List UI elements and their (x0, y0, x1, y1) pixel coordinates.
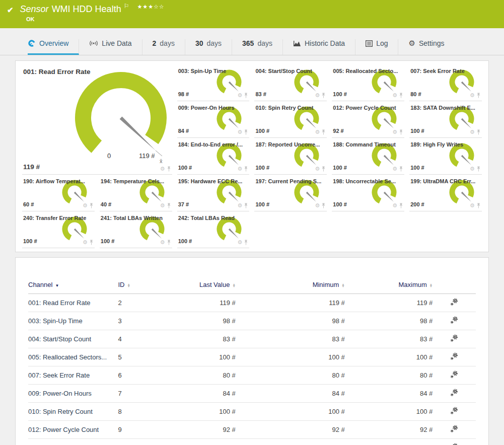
channel-gear-icon[interactable]: ⚙ (83, 240, 88, 245)
channel-name-cell[interactable]: 007: Seek Error Rate (28, 366, 118, 385)
gauge-cell[interactable]: 190: Airflow Temperat... 60 # ⚙ (22, 175, 95, 211)
tab-live-data[interactable]: Live Data (79, 39, 142, 55)
priority-stars[interactable]: ★★★☆☆ (137, 4, 164, 10)
channel-name-cell[interactable]: 001: Read Error Rate (28, 294, 118, 312)
gauge-cell-primary[interactable]: 001: Read Error Rate x̄ 0 119 # 119 # ⚙ (22, 64, 172, 175)
channel-gear-icon[interactable]: ⚙ (392, 129, 397, 135)
pin-icon[interactable] (321, 203, 326, 208)
column-header-channel[interactable]: Channel▼ (28, 278, 118, 294)
gauge-cell[interactable]: 189: High Fly Writes 100 # ⚙ (409, 138, 482, 175)
tab-historic-data[interactable]: Historic Data (283, 39, 355, 55)
gauge-cell[interactable]: 198: Uncorrectable Se... 100 # ⚙ (332, 175, 404, 211)
maximum-cell: 92 # (345, 421, 433, 439)
gauge-cell[interactable]: 241: Total LBAs Written 100 # ⚙ (100, 211, 172, 248)
pin-icon[interactable] (399, 203, 403, 208)
pin-icon[interactable] (244, 93, 248, 98)
gauge-cell[interactable]: 010: Spin Retry Count 100 # ⚙ (254, 101, 327, 138)
channel-settings-gears-icon[interactable] (450, 316, 458, 324)
pin-icon[interactable] (89, 240, 94, 245)
pin-icon[interactable] (476, 166, 481, 172)
pin-icon[interactable] (244, 129, 248, 135)
channel-name-cell[interactable]: 012: Power Cycle Count (28, 421, 118, 439)
channel-settings-gears-icon[interactable] (450, 443, 458, 445)
channel-name-cell[interactable]: 183: SATA Downshift Err... (28, 439, 118, 445)
channel-name-cell[interactable]: 005: Reallocated Sectors... (28, 348, 118, 366)
pin-icon[interactable] (244, 166, 248, 172)
channel-gear-icon[interactable]: ⚙ (470, 129, 475, 135)
pin-icon[interactable] (89, 203, 94, 208)
channel-gear-icon[interactable]: ⚙ (160, 166, 165, 172)
channel-settings-gears-icon[interactable] (450, 389, 458, 397)
gauge-cell[interactable]: 195: Hardware ECC Re... 37 # ⚙ (177, 175, 250, 211)
pin-icon[interactable] (167, 240, 171, 245)
channel-settings-gears-icon[interactable] (450, 425, 458, 433)
pin-icon[interactable] (399, 166, 403, 172)
channel-name-cell[interactable]: 003: Spin-Up Time (28, 312, 118, 330)
channel-gear-icon[interactable]: ⚙ (238, 93, 243, 98)
channel-settings-gears-icon[interactable] (450, 334, 458, 342)
pin-icon[interactable] (476, 129, 481, 135)
channel-gear-icon[interactable]: ⚙ (470, 93, 475, 98)
gauge-cell[interactable]: 003: Spin-Up Time 98 # ⚙ (177, 64, 250, 101)
channel-gear-icon[interactable]: ⚙ (392, 166, 397, 172)
channel-gear-icon[interactable]: ⚙ (160, 203, 165, 208)
gauge-cell[interactable]: 005: Reallocated Secto... 100 # ⚙ (332, 64, 404, 101)
channel-gear-icon[interactable]: ⚙ (83, 203, 88, 208)
gauge-cell[interactable]: 009: Power-On Hours 84 # ⚙ (177, 101, 250, 138)
tab-2-days[interactable]: 2 days (142, 39, 185, 55)
pin-icon[interactable] (321, 129, 326, 135)
channel-gear-icon[interactable]: ⚙ (238, 129, 243, 135)
channel-settings-gears-icon[interactable] (450, 298, 458, 306)
pin-icon[interactable] (244, 203, 248, 208)
channel-name-cell[interactable]: 010: Spin Retry Count (28, 403, 118, 421)
flag-icon[interactable]: ⚐ (124, 3, 129, 10)
column-header-maximum[interactable]: Maximum▲▼ (345, 278, 433, 294)
pin-icon[interactable] (476, 93, 481, 98)
gauge-cell[interactable]: 187: Reported Uncorre... 100 # ⚙ (254, 138, 327, 175)
tab-log[interactable]: Log (355, 39, 398, 55)
channel-settings-gears-icon[interactable] (450, 407, 458, 415)
gauge-cell[interactable]: 012: Power Cycle Count 92 # ⚙ (332, 101, 404, 138)
channel-gear-icon[interactable]: ⚙ (470, 166, 475, 172)
channel-gear-icon[interactable]: ⚙ (315, 203, 320, 208)
gauge-cell[interactable]: 188: Command Timeout 100 # ⚙ (332, 138, 404, 175)
channel-gear-icon[interactable]: ⚙ (392, 203, 397, 208)
channel-gear-icon[interactable]: ⚙ (238, 203, 243, 208)
gauge-cell[interactable]: 242: Total LBAs Read 100 # ⚙ (177, 211, 250, 248)
gauge-cell[interactable]: 194: Temperature Cels... 40 # ⚙ (100, 175, 172, 211)
gauge-cell[interactable]: 184: End-to-End error /... 100 # ⚙ (177, 138, 250, 175)
column-header-last-value[interactable]: Last Value▲▼ (162, 278, 236, 294)
channel-gear-icon[interactable]: ⚙ (315, 93, 320, 98)
tab-settings[interactable]: ⚙ Settings (398, 39, 454, 55)
channel-name-cell[interactable]: 009: Power-On Hours (28, 385, 118, 403)
tab-overview[interactable]: Overview (28, 39, 79, 55)
pin-icon[interactable] (167, 203, 171, 208)
channel-gear-icon[interactable]: ⚙ (238, 166, 243, 172)
pin-icon[interactable] (321, 93, 326, 98)
gauge-cell[interactable]: 240: Transfer Error Rate 100 # ⚙ (22, 211, 95, 248)
channel-settings-gears-icon[interactable] (450, 370, 458, 379)
pin-icon[interactable] (399, 93, 403, 98)
pin-icon[interactable] (167, 166, 171, 172)
pin-icon[interactable] (399, 129, 403, 135)
gauge-cell[interactable]: 007: Seek Error Rate 80 # ⚙ (409, 64, 482, 101)
gauge-cell[interactable]: 197: Current Pending S... 100 # ⚙ (254, 175, 327, 211)
channel-gear-icon[interactable]: ⚙ (470, 203, 475, 208)
pin-icon[interactable] (476, 203, 481, 208)
tab-365-days[interactable]: 365 days (232, 39, 283, 55)
channel-gear-icon[interactable]: ⚙ (238, 240, 243, 245)
channel-settings-gears-icon[interactable] (450, 352, 458, 360)
gauge-cell[interactable]: 004: Start/Stop Count 83 # ⚙ (254, 64, 327, 101)
channel-name-cell[interactable]: 004: Start/Stop Count (28, 330, 118, 348)
channel-gear-icon[interactable]: ⚙ (160, 240, 165, 245)
pin-icon[interactable] (321, 166, 326, 172)
pin-icon[interactable] (244, 240, 248, 245)
gauge-cell[interactable]: 183: SATA Downshift E... 100 # ⚙ (409, 101, 482, 138)
tab-30-days[interactable]: 30 days (185, 39, 232, 55)
gauge-cell[interactable]: 199: UltraDMA CRC Err... 200 # ⚙ (409, 175, 482, 211)
column-header-id[interactable]: ID▲▼ (118, 278, 162, 294)
column-header-minimum[interactable]: Minimum▲▼ (236, 278, 345, 294)
channel-gear-icon[interactable]: ⚙ (392, 93, 397, 98)
channel-gear-icon[interactable]: ⚙ (315, 166, 320, 172)
channel-gear-icon[interactable]: ⚙ (315, 129, 320, 135)
